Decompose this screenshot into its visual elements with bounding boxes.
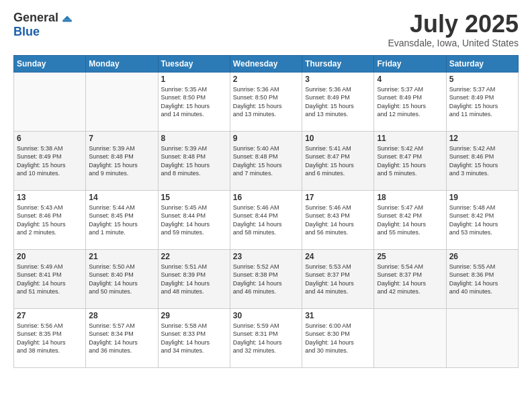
- day-number-22: 22: [161, 252, 227, 261]
- day-detail-19: Sunrise: 5:48 AM Sunset: 8:42 PM Dayligh…: [449, 204, 498, 236]
- day-number-19: 19: [449, 193, 515, 202]
- day-detail-29: Sunrise: 5:58 AM Sunset: 8:33 PM Dayligh…: [161, 322, 210, 355]
- cell-w2-d0: 13Sunrise: 5:43 AM Sunset: 8:46 PM Dayli…: [14, 190, 86, 249]
- week-row-1: 6Sunrise: 5:38 AM Sunset: 8:49 PM Daylig…: [14, 131, 519, 190]
- day-detail-18: Sunrise: 5:47 AM Sunset: 8:42 PM Dayligh…: [377, 204, 426, 236]
- cell-w3-d3: 23Sunrise: 5:52 AM Sunset: 8:38 PM Dayli…: [230, 249, 302, 308]
- day-number-1: 1: [161, 75, 227, 84]
- header: General Blue July 2025 Evansdale, Iowa, …: [13, 11, 519, 48]
- col-thursday: Thursday: [302, 55, 374, 72]
- day-detail-2: Sunrise: 5:36 AM Sunset: 8:50 PM Dayligh…: [233, 86, 282, 118]
- day-detail-31: Sunrise: 6:00 AM Sunset: 8:30 PM Dayligh…: [305, 322, 354, 355]
- cell-w2-d1: 14Sunrise: 5:44 AM Sunset: 8:45 PM Dayli…: [86, 190, 158, 249]
- day-detail-22: Sunrise: 5:51 AM Sunset: 8:39 PM Dayligh…: [161, 263, 210, 295]
- day-detail-30: Sunrise: 5:59 AM Sunset: 8:31 PM Dayligh…: [233, 322, 282, 355]
- week-row-2: 13Sunrise: 5:43 AM Sunset: 8:46 PM Dayli…: [14, 190, 519, 249]
- cell-w0-d4: 3Sunrise: 5:36 AM Sunset: 8:49 PM Daylig…: [302, 72, 374, 131]
- day-detail-13: Sunrise: 5:43 AM Sunset: 8:46 PM Dayligh…: [17, 204, 66, 236]
- days-of-week-row: Sunday Monday Tuesday Wednesday Thursday…: [14, 55, 519, 72]
- day-number-14: 14: [89, 193, 154, 202]
- day-number-11: 11: [377, 134, 443, 143]
- day-detail-15: Sunrise: 5:45 AM Sunset: 8:44 PM Dayligh…: [161, 204, 210, 236]
- col-sunday: Sunday: [14, 55, 86, 72]
- day-detail-28: Sunrise: 5:57 AM Sunset: 8:34 PM Dayligh…: [89, 322, 138, 355]
- logo-blue-text: Blue: [13, 25, 40, 39]
- day-detail-5: Sunrise: 5:37 AM Sunset: 8:49 PM Dayligh…: [449, 86, 498, 118]
- col-wednesday: Wednesday: [230, 55, 302, 72]
- day-number-16: 16: [233, 193, 299, 202]
- day-detail-20: Sunrise: 5:49 AM Sunset: 8:41 PM Dayligh…: [17, 263, 66, 295]
- day-number-27: 27: [17, 311, 83, 320]
- cell-w3-d5: 25Sunrise: 5:54 AM Sunset: 8:37 PM Dayli…: [374, 249, 446, 308]
- cell-w4-d0: 27Sunrise: 5:56 AM Sunset: 8:35 PM Dayli…: [14, 308, 86, 367]
- day-number-5: 5: [449, 75, 515, 84]
- day-number-10: 10: [305, 134, 371, 143]
- day-detail-8: Sunrise: 5:39 AM Sunset: 8:48 PM Dayligh…: [161, 145, 210, 177]
- cell-w1-d6: 12Sunrise: 5:42 AM Sunset: 8:46 PM Dayli…: [446, 131, 518, 190]
- cell-w0-d3: 2Sunrise: 5:36 AM Sunset: 8:50 PM Daylig…: [230, 72, 302, 131]
- day-number-25: 25: [377, 252, 443, 261]
- day-number-26: 26: [449, 252, 515, 261]
- day-detail-24: Sunrise: 5:53 AM Sunset: 8:37 PM Dayligh…: [305, 263, 354, 295]
- day-detail-17: Sunrise: 5:46 AM Sunset: 8:43 PM Dayligh…: [305, 204, 354, 236]
- day-number-28: 28: [89, 311, 154, 320]
- cell-w2-d3: 16Sunrise: 5:46 AM Sunset: 8:44 PM Dayli…: [230, 190, 302, 249]
- calendar-header: Sunday Monday Tuesday Wednesday Thursday…: [14, 55, 519, 72]
- day-detail-1: Sunrise: 5:35 AM Sunset: 8:50 PM Dayligh…: [161, 86, 210, 118]
- day-detail-23: Sunrise: 5:52 AM Sunset: 8:38 PM Dayligh…: [233, 263, 282, 295]
- cell-w4-d3: 30Sunrise: 5:59 AM Sunset: 8:31 PM Dayli…: [230, 308, 302, 367]
- cell-w2-d6: 19Sunrise: 5:48 AM Sunset: 8:42 PM Dayli…: [446, 190, 518, 249]
- day-detail-25: Sunrise: 5:54 AM Sunset: 8:37 PM Dayligh…: [377, 263, 426, 295]
- day-number-8: 8: [161, 134, 227, 143]
- col-tuesday: Tuesday: [158, 55, 230, 72]
- cell-w3-d2: 22Sunrise: 5:51 AM Sunset: 8:39 PM Dayli…: [158, 249, 230, 308]
- location: Evansdale, Iowa, United States: [388, 38, 519, 48]
- cell-w1-d0: 6Sunrise: 5:38 AM Sunset: 8:49 PM Daylig…: [14, 131, 86, 190]
- day-number-9: 9: [233, 134, 299, 143]
- day-detail-14: Sunrise: 5:44 AM Sunset: 8:45 PM Dayligh…: [89, 204, 138, 236]
- cell-w2-d4: 17Sunrise: 5:46 AM Sunset: 8:43 PM Dayli…: [302, 190, 374, 249]
- day-number-31: 31: [305, 311, 371, 320]
- cell-w0-d2: 1Sunrise: 5:35 AM Sunset: 8:50 PM Daylig…: [158, 72, 230, 131]
- cell-w4-d6: [446, 308, 518, 367]
- cell-w1-d3: 9Sunrise: 5:40 AM Sunset: 8:48 PM Daylig…: [230, 131, 302, 190]
- page: General Blue July 2025 Evansdale, Iowa, …: [0, 0, 532, 411]
- day-detail-12: Sunrise: 5:42 AM Sunset: 8:46 PM Dayligh…: [449, 145, 498, 177]
- col-friday: Friday: [374, 55, 446, 72]
- day-detail-10: Sunrise: 5:41 AM Sunset: 8:47 PM Dayligh…: [305, 145, 354, 177]
- cell-w1-d5: 11Sunrise: 5:42 AM Sunset: 8:47 PM Dayli…: [374, 131, 446, 190]
- logo: General Blue: [13, 11, 73, 39]
- cell-w0-d1: [86, 72, 158, 131]
- day-number-23: 23: [233, 252, 299, 261]
- cell-w4-d4: 31Sunrise: 6:00 AM Sunset: 8:30 PM Dayli…: [302, 308, 374, 367]
- cell-w0-d5: 4Sunrise: 5:37 AM Sunset: 8:49 PM Daylig…: [374, 72, 446, 131]
- week-row-3: 20Sunrise: 5:49 AM Sunset: 8:41 PM Dayli…: [14, 249, 519, 308]
- month-title: July 2025: [388, 11, 519, 38]
- week-row-4: 27Sunrise: 5:56 AM Sunset: 8:35 PM Dayli…: [14, 308, 519, 367]
- day-number-7: 7: [89, 134, 154, 143]
- day-detail-11: Sunrise: 5:42 AM Sunset: 8:47 PM Dayligh…: [377, 145, 426, 177]
- logo-general-text: General: [13, 11, 58, 25]
- day-number-15: 15: [161, 193, 227, 202]
- day-number-4: 4: [377, 75, 443, 84]
- logo-icon: [61, 13, 73, 25]
- col-monday: Monday: [86, 55, 158, 72]
- day-number-12: 12: [449, 134, 515, 143]
- calendar-body: 1Sunrise: 5:35 AM Sunset: 8:50 PM Daylig…: [14, 72, 519, 367]
- day-number-2: 2: [233, 75, 299, 84]
- cell-w4-d1: 28Sunrise: 5:57 AM Sunset: 8:34 PM Dayli…: [86, 308, 158, 367]
- day-number-18: 18: [377, 193, 443, 202]
- day-number-3: 3: [305, 75, 371, 84]
- week-row-0: 1Sunrise: 5:35 AM Sunset: 8:50 PM Daylig…: [14, 72, 519, 131]
- svg-rect-0: [62, 20, 72, 22]
- day-detail-9: Sunrise: 5:40 AM Sunset: 8:48 PM Dayligh…: [233, 145, 282, 177]
- day-number-24: 24: [305, 252, 371, 261]
- cell-w0-d0: [14, 72, 86, 131]
- day-detail-3: Sunrise: 5:36 AM Sunset: 8:49 PM Dayligh…: [305, 86, 354, 118]
- day-number-20: 20: [17, 252, 83, 261]
- cell-w1-d2: 8Sunrise: 5:39 AM Sunset: 8:48 PM Daylig…: [158, 131, 230, 190]
- day-detail-27: Sunrise: 5:56 AM Sunset: 8:35 PM Dayligh…: [17, 322, 66, 355]
- day-number-29: 29: [161, 311, 227, 320]
- cell-w1-d1: 7Sunrise: 5:39 AM Sunset: 8:48 PM Daylig…: [86, 131, 158, 190]
- day-detail-16: Sunrise: 5:46 AM Sunset: 8:44 PM Dayligh…: [233, 204, 282, 236]
